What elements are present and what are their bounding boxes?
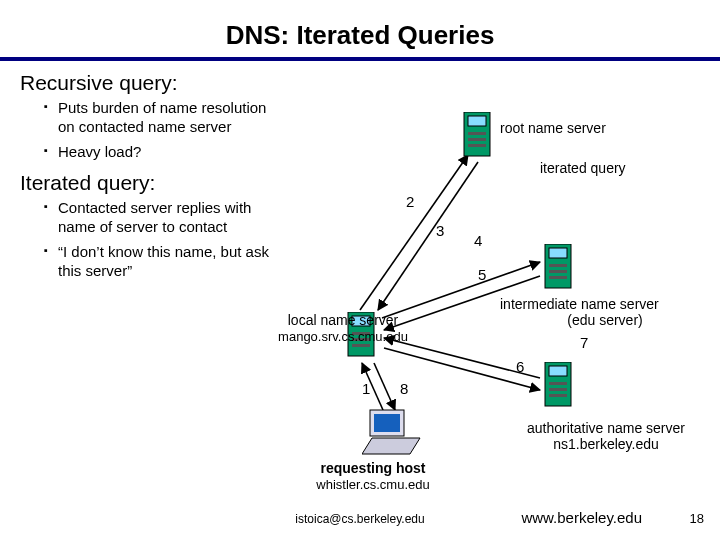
step-1: 1 [362,380,370,397]
step-3: 3 [436,222,444,239]
intermediate-label: intermediate name server (edu server) [500,296,710,328]
page-number: 18 [690,511,704,526]
authoritative-label: authoritative name server ns1.berkeley.e… [506,420,706,452]
svg-rect-22 [549,276,567,279]
iterated-query-label: iterated query [540,160,626,176]
recursive-list: Puts burden of name resolution on contac… [44,99,274,161]
iterated-list: Contacted server replies with name of se… [44,199,274,280]
root-server-icon [460,112,494,160]
authoritative-label-line1: authoritative name server [527,420,685,436]
svg-rect-11 [468,138,486,141]
svg-rect-20 [549,264,567,267]
step-5: 5 [478,266,486,283]
svg-rect-12 [468,144,486,147]
local-label-line2: mango.srv.cs.cmu.edu [278,329,408,344]
footer-url: www.berkeley.edu [521,509,642,526]
step-8: 8 [400,380,408,397]
svg-rect-24 [549,366,567,376]
title-rule [0,57,720,61]
svg-rect-21 [549,270,567,273]
svg-rect-10 [468,132,486,135]
svg-rect-27 [549,394,567,397]
svg-marker-30 [362,438,420,454]
step-6: 6 [516,358,524,375]
svg-rect-19 [549,248,567,258]
recursive-heading: Recursive query: [20,71,700,95]
authoritative-server-icon [541,362,575,410]
local-label: local name server mango.srv.cs.cmu.edu [258,312,428,345]
step-4: 4 [474,232,482,249]
svg-rect-26 [549,388,567,391]
requesting-host-line1: requesting host [320,460,425,476]
requesting-host-icon [362,408,422,458]
authoritative-label-line2: ns1.berkeley.edu [553,436,659,452]
step-2: 2 [406,193,414,210]
svg-rect-29 [374,414,400,432]
list-item: Heavy load? [44,143,274,162]
list-item: Contacted server replies with name of se… [44,199,274,237]
requesting-host-line2: whistler.cs.cmu.edu [316,477,429,492]
intermediate-label-line1: intermediate name server [500,296,659,312]
list-item: Puts burden of name resolution on contac… [44,99,274,137]
requesting-host-label: requesting host whistler.cs.cmu.edu [288,460,458,493]
slide-title: DNS: Iterated Queries [0,20,720,51]
root-label: root name server [500,120,606,136]
local-label-line1: local name server [288,312,399,328]
step-7: 7 [580,334,588,351]
list-item: “I don’t know this name, but ask this se… [44,243,274,281]
svg-rect-25 [549,382,567,385]
intermediate-label-line2: (edu server) [500,312,710,328]
intermediate-server-icon [541,244,575,292]
svg-line-7 [374,363,395,410]
svg-rect-9 [468,116,486,126]
